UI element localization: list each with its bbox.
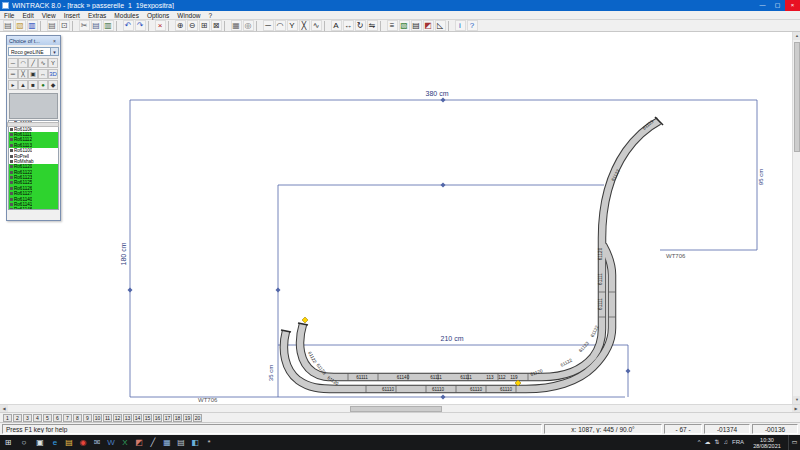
menu-item[interactable]: ? bbox=[204, 11, 216, 20]
page-tab[interactable]: 8 bbox=[73, 414, 82, 422]
page-tab[interactable]: 18 bbox=[173, 414, 182, 422]
help-icon[interactable]: ? bbox=[467, 20, 478, 31]
taskbar-app-mail[interactable]: ✉ bbox=[90, 435, 104, 450]
zoom-in-icon[interactable]: ⊕ bbox=[175, 20, 186, 31]
turnout-icon[interactable]: Y bbox=[287, 20, 298, 31]
straight-track-tool-icon[interactable]: ─ bbox=[8, 58, 18, 68]
view-3d-icon[interactable]: ▧ bbox=[399, 20, 410, 31]
menu-item[interactable]: Window bbox=[173, 11, 204, 20]
rotate-icon[interactable]: ↻ bbox=[355, 20, 366, 31]
flex-track-tool-icon[interactable]: ∿ bbox=[38, 58, 48, 68]
page-tab[interactable]: 6 bbox=[53, 414, 62, 422]
page-tab[interactable]: 17 bbox=[163, 414, 172, 422]
notification-center-button[interactable]: ▭ bbox=[788, 435, 800, 450]
parallel-track-tool-icon[interactable]: ═ bbox=[8, 69, 18, 79]
page-tab[interactable]: 3 bbox=[23, 414, 32, 422]
misc-tool-icon[interactable]: ◆ bbox=[48, 80, 58, 90]
open-file-icon[interactable]: ▧ bbox=[15, 20, 26, 31]
copy-icon[interactable]: ▤ bbox=[91, 20, 102, 31]
taskbar-app-file-explorer[interactable]: ▤ bbox=[62, 435, 76, 450]
view-3d-tool-icon[interactable]: 3D bbox=[48, 69, 58, 79]
page-tab[interactable]: 5 bbox=[43, 414, 52, 422]
taskbar-app-edge[interactable]: e bbox=[48, 435, 62, 450]
new-file-icon[interactable]: ▤ bbox=[3, 20, 14, 31]
page-tab[interactable]: 1 bbox=[3, 414, 12, 422]
maximize-button[interactable]: ▢ bbox=[770, 0, 785, 11]
block-tool-icon[interactable]: ▣ bbox=[28, 69, 38, 79]
yellow-marker[interactable] bbox=[302, 317, 308, 323]
building-tool-icon[interactable]: ■ bbox=[28, 80, 38, 90]
taskbar-app-chrome[interactable]: ◉ bbox=[76, 435, 90, 450]
turnout-tool-icon[interactable]: Y bbox=[48, 58, 58, 68]
print-icon[interactable]: ▤ bbox=[47, 20, 58, 31]
node-diamond[interactable] bbox=[276, 288, 281, 293]
node-diamond[interactable] bbox=[441, 98, 446, 103]
zoom-all-icon[interactable]: ⊠ bbox=[211, 20, 222, 31]
minimize-button[interactable]: — bbox=[755, 0, 770, 11]
page-tab[interactable]: 19 bbox=[183, 414, 192, 422]
page-tab[interactable]: 10 bbox=[93, 414, 102, 422]
close-button[interactable]: × bbox=[785, 0, 800, 11]
undo-icon[interactable]: ↶ bbox=[123, 20, 134, 31]
info-icon[interactable]: i bbox=[455, 20, 466, 31]
grid-icon[interactable]: ▦ bbox=[231, 20, 242, 31]
save-icon[interactable]: ▥ bbox=[27, 20, 38, 31]
select-tool-icon[interactable]: ▸ bbox=[8, 80, 18, 90]
track-system-dropdown[interactable]: Roco geoLINE ▾ bbox=[8, 47, 59, 56]
menu-item[interactable]: Insert bbox=[60, 11, 84, 20]
curve-track-tool-icon[interactable]: ◠ bbox=[18, 58, 28, 68]
palette-scrollbar[interactable] bbox=[7, 122, 59, 127]
vertical-scrollbar[interactable]: ▲ ▼ bbox=[792, 32, 800, 404]
curve-track-icon[interactable]: ◠ bbox=[275, 20, 286, 31]
taskbar-app-calculator[interactable]: ▦ bbox=[160, 435, 174, 450]
tree-tool-icon[interactable]: ● bbox=[38, 80, 48, 90]
dimension-icon[interactable]: ↔ bbox=[343, 20, 354, 31]
mirror-icon[interactable]: ⇋ bbox=[367, 20, 378, 31]
print-preview-icon[interactable]: ⊡ bbox=[59, 20, 70, 31]
colors-icon[interactable]: ◩ bbox=[423, 20, 434, 31]
menu-item[interactable]: View bbox=[38, 11, 60, 20]
menu-item[interactable]: Extras bbox=[84, 11, 110, 20]
tray-cloud-icon[interactable]: ☁ bbox=[702, 435, 712, 450]
palette-close-button[interactable]: × bbox=[51, 38, 58, 44]
vertical-scroll-thumb[interactable] bbox=[794, 42, 800, 152]
node-diamond[interactable] bbox=[441, 183, 446, 188]
menu-item[interactable]: Edit bbox=[18, 11, 37, 20]
track-line-outer[interactable] bbox=[284, 245, 612, 389]
tray-clock[interactable]: 10:30 28/08/2021 bbox=[746, 437, 788, 449]
taskbar-app-settings[interactable]: * bbox=[202, 435, 216, 450]
start-button[interactable]: ⊞ bbox=[0, 435, 16, 450]
node-diamond[interactable] bbox=[626, 369, 631, 374]
taskbar-app-photos[interactable]: ◧ bbox=[188, 435, 202, 450]
layers-icon[interactable]: ≡ bbox=[387, 20, 398, 31]
taskbar-app-excel[interactable]: X bbox=[118, 435, 132, 450]
page-tab[interactable]: 2 bbox=[13, 414, 22, 422]
page-tab[interactable]: 20 bbox=[193, 414, 202, 422]
menu-item[interactable]: File bbox=[0, 11, 18, 20]
dimension-lines[interactable] bbox=[130, 100, 757, 397]
node-diamond[interactable] bbox=[128, 288, 133, 293]
menu-item[interactable]: Options bbox=[143, 11, 173, 20]
drawing-canvas[interactable]: 380 cm 180 cm 210 cm 35 cm 95 cm WT706 W… bbox=[0, 32, 800, 404]
page-tab[interactable]: 16 bbox=[153, 414, 162, 422]
page-tab[interactable]: 7 bbox=[63, 414, 72, 422]
title-bar[interactable]: WINTRACK 8.0 - [track » passerelle_1_19e… bbox=[0, 0, 800, 11]
page-tab[interactable]: 14 bbox=[133, 414, 142, 422]
chevron-down-icon[interactable]: ▾ bbox=[50, 48, 58, 55]
straight-track-icon[interactable]: ─ bbox=[263, 20, 274, 31]
page-tab[interactable]: 13 bbox=[123, 414, 132, 422]
zoom-out-icon[interactable]: ⊖ bbox=[187, 20, 198, 31]
track-list-item[interactable]: Ro61146 bbox=[9, 207, 58, 210]
scroll-down-icon[interactable]: ▼ bbox=[793, 396, 800, 404]
slope-track-tool-icon[interactable]: ╱ bbox=[28, 58, 38, 68]
page-tab[interactable]: 15 bbox=[143, 414, 152, 422]
track-surface-outer[interactable] bbox=[284, 245, 612, 389]
tray-language-indicator[interactable]: FRA bbox=[730, 435, 746, 450]
crossing-icon[interactable]: ╳ bbox=[299, 20, 310, 31]
crossing-tool-icon[interactable]: ╳ bbox=[18, 69, 28, 79]
parts-list-icon[interactable]: ▤ bbox=[411, 20, 422, 31]
redo-icon[interactable]: ↷ bbox=[135, 20, 146, 31]
node-diamond[interactable] bbox=[441, 395, 446, 400]
tray-network-icon[interactable]: ⇅ bbox=[712, 435, 721, 450]
scroll-up-icon[interactable]: ▲ bbox=[793, 32, 800, 40]
